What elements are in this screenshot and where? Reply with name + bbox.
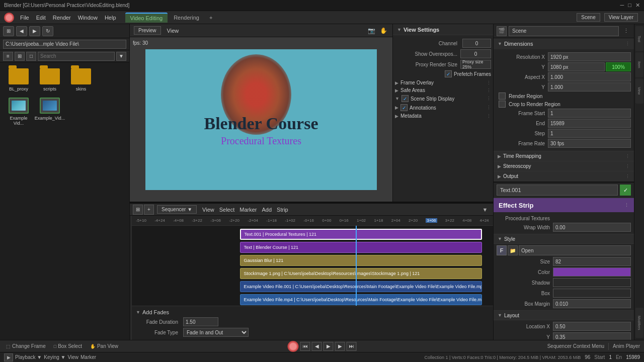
modifiers-tab[interactable]: Modifiers: [635, 308, 643, 338]
layout-section-header[interactable]: ▼ Layout: [494, 310, 634, 320]
view-settings-header[interactable]: ▼ View Settings: [393, 24, 493, 35]
next-frame-btn[interactable]: ▶: [335, 342, 345, 351]
prev-frame-btn[interactable]: ◀: [312, 342, 322, 351]
style-section-header[interactable]: ▼ Style: [494, 234, 634, 244]
location-y-input[interactable]: 0.35: [553, 332, 631, 340]
frame-overlay-menu[interactable]: ⋮: [487, 80, 491, 85]
seq-menu-marker[interactable]: Marker: [237, 207, 259, 213]
workspace-tab-add[interactable]: +: [205, 13, 216, 22]
frame-rate-select[interactable]: 30 fps: [548, 139, 631, 148]
playback-label[interactable]: Playback ▼: [15, 354, 42, 360]
wrap-width-input[interactable]: 0.00: [553, 223, 631, 232]
close-btn[interactable]: ✕: [635, 2, 640, 9]
aspect-x-input[interactable]: 1.000: [548, 72, 631, 81]
blender-logo-bottom[interactable]: [288, 341, 299, 352]
metadata-section[interactable]: ▶ Metadata ⋮: [393, 112, 493, 120]
strip-stockimage[interactable]: StockImage 1.png | C:\Users\joeba\Deskto…: [240, 268, 482, 279]
file-search[interactable]: [38, 52, 115, 61]
resolution-y-input[interactable]: 1080 px: [548, 62, 605, 71]
change-frame-btn[interactable]: ⬚ Change Frame: [4, 342, 48, 350]
time-remapping-menu[interactable]: ⋮: [625, 154, 630, 159]
list-item[interactable]: Example_Vid...: [37, 98, 62, 126]
frame-end-input[interactable]: 15989: [548, 119, 631, 128]
add-fades-arrow[interactable]: ▼: [136, 310, 140, 315]
strip-text-blender[interactable]: Text | Blender Course | 121: [240, 242, 482, 253]
list-item[interactable]: BL_proxy: [6, 68, 31, 92]
aspect-y-input[interactable]: 1.000: [548, 82, 631, 92]
sequencer-label[interactable]: Sequencer ▼: [157, 205, 197, 214]
workspace-tab-rendering[interactable]: Rendering: [169, 13, 204, 22]
strip-name-confirm-btn[interactable]: ✓: [620, 185, 631, 196]
box-margin-input[interactable]: 0.010: [553, 299, 631, 308]
fade-type-select[interactable]: Fade In and Out Fade In Fade Out: [183, 328, 249, 337]
annotations-menu[interactable]: ⋮: [487, 105, 491, 110]
large-icons-btn[interactable]: □: [26, 52, 36, 61]
list-item[interactable]: skins: [68, 68, 94, 92]
strip-name-input[interactable]: [497, 185, 618, 196]
maximize-btn[interactable]: □: [628, 2, 631, 9]
strip-video001[interactable]: Example Video File.001 | C:\Users\joeba\…: [240, 281, 482, 292]
view-label-bottom[interactable]: View: [68, 354, 79, 360]
workspace-tab-video-editing[interactable]: Video Editing: [125, 13, 168, 23]
seq-menu-add[interactable]: Add: [260, 207, 275, 213]
seq-filter-icon[interactable]: ▼: [480, 205, 490, 215]
fade-duration-input[interactable]: [183, 317, 218, 326]
prefetch-frames-check[interactable]: ✓: [445, 70, 452, 77]
font-icon[interactable]: F: [497, 245, 507, 255]
time-remapping-header[interactable]: ▶ Time Remapping ⋮: [494, 151, 634, 161]
play-btn[interactable]: ▶: [324, 342, 334, 351]
location-x-input[interactable]: 0.50: [553, 322, 631, 331]
back-btn[interactable]: ◀: [16, 26, 27, 36]
frame-step-input[interactable]: 1: [548, 129, 631, 138]
crop-render-check[interactable]: [499, 101, 506, 108]
safe-areas-section[interactable]: ▶ Safe Areas ⋮: [393, 86, 493, 94]
strip-text001[interactable]: Text.001 | Procedural Textures | 121: [240, 229, 482, 240]
blender-logo[interactable]: [4, 13, 14, 23]
scene-selector[interactable]: Scene: [577, 13, 600, 22]
list-item[interactable]: scripts: [37, 68, 62, 92]
dimensions-menu[interactable]: ⋮: [625, 41, 630, 46]
camera-icon[interactable]: 📷: [366, 26, 376, 35]
item-tab[interactable]: Item: [635, 52, 643, 77]
path-input[interactable]: [3, 40, 126, 49]
hand-icon[interactable]: ✋: [378, 26, 388, 35]
keying-label[interactable]: Keying ▼: [44, 354, 65, 360]
box-swatch[interactable]: [553, 289, 631, 298]
seq-menu-strip[interactable]: Strip: [274, 207, 291, 213]
seq-menu-view[interactable]: View: [200, 207, 217, 213]
output-menu[interactable]: ⋮: [625, 174, 630, 179]
seq-mode-btn2[interactable]: +: [144, 205, 154, 215]
refresh-btn[interactable]: ↻: [42, 26, 53, 36]
list-view-btn[interactable]: ≡: [3, 52, 13, 61]
tool-tab[interactable]: Tool: [635, 26, 643, 51]
view-layer-badge[interactable]: View Layer: [604, 13, 638, 22]
stereoscopy-menu[interactable]: ⋮: [625, 164, 630, 169]
effect-strip-menu[interactable]: ⋮: [624, 203, 629, 208]
render-region-check[interactable]: [499, 93, 506, 100]
pan-view-btn[interactable]: ✋ Pan View: [88, 342, 120, 350]
menu-render[interactable]: Render: [50, 15, 74, 21]
resolution-x-input[interactable]: 1920 px: [548, 52, 631, 61]
preview-view-btn[interactable]: View: [165, 28, 181, 34]
proxy-render-select[interactable]: Proxy size 25%: [460, 60, 491, 69]
frame-start-input[interactable]: 1: [548, 109, 631, 118]
annotations-check[interactable]: ✓: [400, 104, 408, 111]
grid-view-btn[interactable]: ⊞: [15, 52, 25, 61]
playback-indicator[interactable]: ▶: [4, 353, 13, 361]
dimensions-header[interactable]: ▼ Dimensions ⋮: [494, 38, 634, 49]
font-name-display[interactable]: Open: [519, 245, 631, 255]
strip-video-mp4[interactable]: Example Video File.mp4 | C:\Users\joeba\…: [240, 294, 482, 305]
seq-menu-select[interactable]: Select: [217, 207, 237, 213]
menu-help[interactable]: Help: [102, 15, 119, 21]
shadow-swatch[interactable]: [553, 278, 631, 287]
size-input[interactable]: 82: [553, 257, 631, 266]
resolution-pct-input[interactable]: 100%: [606, 62, 631, 71]
menu-window[interactable]: Window: [75, 15, 101, 21]
strip-gaussian[interactable]: Gaussian Blur | 121: [240, 255, 482, 266]
marker-label[interactable]: Marker: [80, 354, 96, 360]
scene-strip-menu[interactable]: ⋮: [487, 96, 491, 101]
stereoscopy-header[interactable]: ▶ Stereoscopy ⋮: [494, 161, 634, 171]
minimize-btn[interactable]: ─: [620, 2, 624, 9]
seq-mode-btn1[interactable]: ⊞: [133, 205, 143, 215]
overexposure-input[interactable]: 0: [460, 49, 491, 58]
